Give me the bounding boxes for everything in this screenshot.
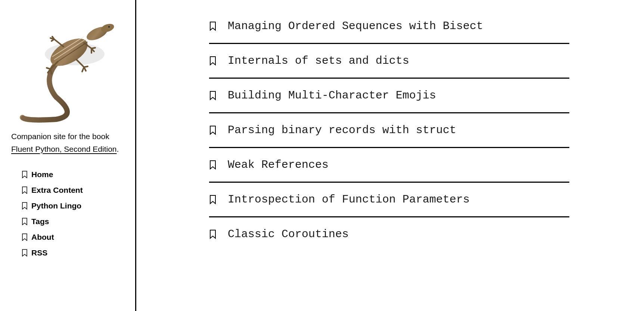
- bookmark-icon: [22, 186, 28, 194]
- description-suffix: .: [117, 145, 119, 153]
- bookmark-icon: [22, 218, 28, 225]
- article-title: Managing Ordered Sequences with Bisect: [228, 20, 483, 32]
- article-title: Internals of sets and dicts: [228, 54, 409, 67]
- article-item[interactable]: Parsing binary records with struct: [209, 113, 569, 148]
- bookmark-icon: [209, 229, 217, 239]
- site-description: Companion site for the book Fluent Pytho…: [11, 130, 124, 155]
- article-title: Classic Coroutines: [228, 228, 349, 241]
- bookmark-icon: [209, 195, 217, 204]
- svg-point-4: [108, 26, 110, 28]
- nav-item-home[interactable]: Home: [22, 170, 124, 179]
- nav-label: RSS: [31, 248, 47, 257]
- bookmark-icon: [22, 233, 28, 241]
- bookmark-icon: [22, 249, 28, 257]
- bookmark-icon: [209, 91, 217, 100]
- nav-item-extra-content[interactable]: Extra Content: [22, 186, 124, 195]
- article-item[interactable]: Managing Ordered Sequences with Bisect: [209, 9, 569, 44]
- nav-label: Python Lingo: [31, 201, 81, 210]
- bookmark-icon: [209, 21, 217, 31]
- nav-label: Home: [31, 170, 53, 179]
- nav-item-rss[interactable]: RSS: [22, 248, 124, 257]
- bookmark-icon: [209, 160, 217, 170]
- article-item[interactable]: Building Multi-Character Emojis: [209, 79, 569, 113]
- nav-item-tags[interactable]: Tags: [22, 217, 124, 226]
- article-list: Managing Ordered Sequences with Bisect I…: [209, 9, 569, 251]
- article-title: Weak References: [228, 158, 329, 171]
- article-item[interactable]: Classic Coroutines: [209, 217, 569, 251]
- logo-image: [11, 11, 124, 125]
- nav-label: Extra Content: [31, 186, 83, 195]
- article-title: Building Multi-Character Emojis: [228, 89, 436, 102]
- nav-label: About: [31, 233, 54, 242]
- bookmark-icon: [209, 56, 217, 66]
- nav-item-python-lingo[interactable]: Python Lingo: [22, 201, 124, 210]
- bookmark-icon: [22, 171, 28, 178]
- bookmark-icon: [209, 125, 217, 135]
- bookmark-icon: [22, 202, 28, 210]
- article-item[interactable]: Weak References: [209, 148, 569, 183]
- main-content: Managing Ordered Sequences with Bisect I…: [136, 0, 644, 311]
- nav-label: Tags: [31, 217, 49, 226]
- article-title: Introspection of Function Parameters: [228, 193, 470, 206]
- article-title: Parsing binary records with struct: [228, 124, 456, 136]
- nav-list: Home Extra Content Python Lingo Tags Abo…: [11, 170, 124, 264]
- book-title-link[interactable]: Fluent Python, Second Edition: [11, 145, 117, 153]
- description-prefix: Companion site for the book: [11, 132, 109, 141]
- article-item[interactable]: Internals of sets and dicts: [209, 44, 569, 79]
- article-item[interactable]: Introspection of Function Parameters: [209, 183, 569, 217]
- nav-item-about[interactable]: About: [22, 233, 124, 242]
- sidebar: Companion site for the book Fluent Pytho…: [0, 0, 136, 311]
